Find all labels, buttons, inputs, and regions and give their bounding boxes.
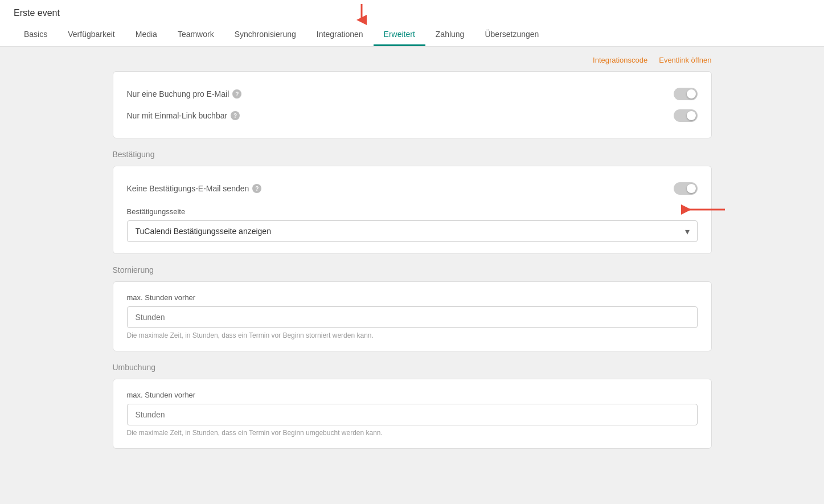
info-icon-einmallink: ? — [231, 111, 240, 120]
umbuchung-card: max. Stunden vorher Die maximale Zeit, i… — [113, 379, 712, 449]
umbuchung-stunden-input[interactable] — [127, 404, 698, 425]
stornierung-field-label: max. Stunden vorher — [127, 293, 698, 302]
tab-integrationen[interactable]: Integrationen — [306, 24, 374, 46]
page-title: Erste event — [14, 0, 810, 24]
stornierung-card: max. Stunden vorher Die maximale Zeit, i… — [113, 281, 712, 351]
bestaetigung-card: Keine Bestätigungs-E-Mail senden ? Bestä… — [113, 166, 712, 254]
tab-erweitert[interactable]: Erweitert — [374, 24, 425, 46]
umbuchung-heading: Umbuchung — [113, 363, 712, 372]
tab-zahlung[interactable]: Zahlung — [425, 24, 475, 46]
stornierung-hint: Die maximale Zeit, in Stunden, dass ein … — [127, 331, 698, 339]
umbuchung-field-label: max. Stunden vorher — [127, 391, 698, 399]
bestaetigung-select-section: Bestätigungsseite TuCalendi Bestätigungs… — [127, 207, 698, 242]
stornierung-stunden-input[interactable] — [127, 306, 698, 328]
booking-card: Nur eine Buchung pro E-Mail ? Nur mit Ei… — [113, 71, 712, 138]
bestaetigung-select-wrapper: TuCalendi Bestätigungsseite anzeigen Eig… — [127, 220, 698, 242]
navigation-tabs: Basics Verfügbarkeit Media Teamwork Sync… — [14, 24, 810, 46]
bestaetigung-select-label: Bestätigungsseite — [127, 207, 698, 216]
toggle-einmallink-label: Nur mit Einmal-Link buchbar — [127, 111, 228, 120]
tab-basics[interactable]: Basics — [14, 24, 58, 46]
toggle-row-no-email: Keine Bestätigungs-E-Mail senden ? — [127, 178, 698, 199]
main-content: Integrationscode Eventlink öffnen Nur ei… — [99, 47, 725, 469]
tab-teamwork[interactable]: Teamwork — [167, 24, 224, 46]
eventlink-link[interactable]: Eventlink öffnen — [659, 56, 711, 64]
toggle-row-buchung-email: Nur eine Buchung pro E-Mail ? — [127, 83, 698, 105]
bestaetigung-select[interactable]: TuCalendi Bestätigungsseite anzeigen Eig… — [127, 220, 698, 242]
bestaetigung-heading: Bestätigung — [113, 150, 712, 159]
info-icon-no-email: ? — [252, 184, 261, 193]
toggle-no-email[interactable] — [674, 182, 698, 195]
stornierung-heading: Stornierung — [113, 265, 712, 274]
toggle-row-einmallink: Nur mit Einmal-Link buchbar ? — [127, 105, 698, 126]
umbuchung-hint: Die maximale Zeit, in Stunden, dass ein … — [127, 429, 698, 437]
toggle-buchung-email-label: Nur eine Buchung pro E-Mail — [127, 89, 229, 99]
toggle-buchung-email[interactable] — [674, 88, 698, 100]
info-icon-buchung-email: ? — [232, 89, 241, 99]
tab-synchronisierung[interactable]: Synchronisierung — [224, 24, 306, 46]
tab-uebersetzungen[interactable]: Übersetzungen — [474, 24, 549, 46]
top-links-bar: Integrationscode Eventlink öffnen — [113, 56, 712, 64]
toggle-no-email-label: Keine Bestätigungs-E-Mail senden — [127, 184, 249, 193]
integrationscode-link[interactable]: Integrationscode — [593, 56, 647, 64]
tab-verfuegbarkeit[interactable]: Verfügbarkeit — [58, 24, 125, 46]
tab-media[interactable]: Media — [125, 24, 167, 46]
toggle-einmallink[interactable] — [674, 109, 698, 122]
page-header: Erste event Basics Verfügbarkeit Media T… — [0, 0, 824, 47]
